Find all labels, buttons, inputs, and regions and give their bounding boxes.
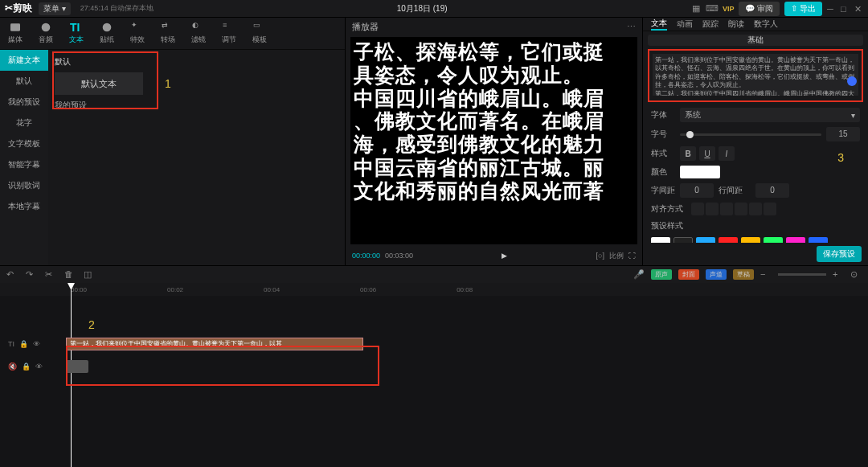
autosave-info: 27:45:14 自动保存本地	[80, 3, 154, 14]
zoom-slider[interactable]	[778, 273, 826, 276]
italic-button[interactable]: I	[719, 146, 735, 161]
preview-text: 子松、探海松等，它们或挺 具姿态，令人叹为观止。 中国四川省的峨眉山。峨眉 、佛…	[350, 37, 637, 205]
tab-effect[interactable]: ✦特效	[122, 21, 153, 46]
ratio-button[interactable]: 比例	[609, 251, 624, 261]
line-label: 行间距	[719, 185, 751, 196]
track-eye-icon[interactable]: 👁	[35, 363, 43, 371]
track-lock-icon[interactable]: 🔒	[19, 340, 28, 348]
align-middle[interactable]	[749, 203, 762, 215]
align-top[interactable]	[735, 203, 747, 215]
style-label: 样式	[651, 148, 675, 159]
mic-icon[interactable]: 🎤	[633, 269, 645, 281]
annotation-label-1: 1	[165, 77, 171, 90]
sidebar-item-new-text[interactable]: 新建文本	[0, 50, 48, 71]
preset-strip	[643, 234, 868, 243]
text-content-input[interactable]	[653, 54, 858, 96]
save-preset-button[interactable]: 保存预设	[817, 246, 862, 262]
zoom-fit-icon[interactable]: ⊙	[850, 269, 862, 281]
play-button[interactable]: ▶	[418, 252, 591, 260]
timeline-ruler[interactable]: 00:0000:0200:0400:0600:08	[0, 283, 868, 296]
sidebar-item-my-preset[interactable]: 我的预设	[0, 92, 48, 113]
fullscreen-icon[interactable]: ⛶	[628, 252, 636, 260]
sidebar-item-auto-caption[interactable]: 智能字幕	[0, 154, 48, 175]
insp-tab-text[interactable]: 文本	[651, 18, 667, 31]
redo-icon[interactable]: ↷	[26, 269, 37, 281]
insp-tab-track[interactable]: 跟踪	[702, 18, 719, 30]
align-center[interactable]	[706, 203, 719, 215]
split-icon[interactable]: ✂	[45, 269, 56, 281]
tab-filter[interactable]: ◐滤镜	[183, 21, 214, 46]
preset-swatch[interactable]	[764, 237, 783, 243]
preset-swatch[interactable]	[674, 237, 693, 243]
insp-subtab-basic[interactable]: 基础	[648, 35, 863, 46]
chip-cover[interactable]: 封面	[678, 269, 699, 280]
sidebar-item-text-template[interactable]: 文字模板	[0, 133, 48, 154]
line-input[interactable]: 0	[755, 183, 789, 198]
time-duration: 00:03:00	[385, 252, 413, 260]
undo-icon[interactable]: ↶	[6, 269, 18, 281]
size-label: 字号	[651, 129, 675, 140]
tab-template[interactable]: ▭模板	[244, 21, 275, 46]
annotation-label-2: 2	[88, 318, 95, 331]
track-eye-icon[interactable]: 👁	[33, 340, 40, 348]
svg-point-2	[103, 23, 112, 32]
sidebar-item-local-caption[interactable]: 本地字幕	[0, 196, 48, 217]
export-button[interactable]: ⇧ 导出	[784, 2, 822, 16]
tab-sticker[interactable]: 贴纸	[92, 21, 122, 46]
track-mute-icon[interactable]: 🔇	[8, 363, 17, 371]
review-button[interactable]: 💬 审阅	[739, 2, 780, 16]
align-bottom[interactable]	[764, 203, 776, 215]
preset-swatch[interactable]	[719, 237, 738, 243]
track-lock-icon[interactable]: 🔒	[22, 363, 31, 371]
project-title: 10月18日 (19)	[160, 3, 684, 14]
player-title: 播放器	[352, 21, 379, 33]
track-label-text: TI	[8, 340, 14, 348]
insp-tab-read[interactable]: 朗读	[728, 18, 744, 30]
annotation-box-2	[66, 346, 379, 386]
svg-rect-0	[10, 23, 20, 31]
sidebar-item-lyrics[interactable]: 识别歌词	[0, 175, 48, 196]
tab-transition[interactable]: ⇄转场	[153, 21, 183, 46]
chip-audio[interactable]: 原声	[651, 269, 672, 280]
layout-icon[interactable]: ▦	[690, 3, 702, 14]
chip-draft[interactable]: 草稿	[733, 269, 754, 280]
tab-media[interactable]: 媒体	[0, 21, 31, 46]
preset-swatch[interactable]	[809, 237, 828, 243]
tab-text[interactable]: TI文本	[61, 21, 92, 46]
minimize-icon[interactable]: ─	[827, 4, 836, 13]
align-left[interactable]	[691, 203, 704, 215]
chip-channel[interactable]: 声道	[706, 269, 727, 280]
color-swatch[interactable]	[680, 166, 720, 178]
zoom-in-icon[interactable]: +	[833, 269, 844, 281]
zoom-out-icon[interactable]: −	[760, 269, 772, 281]
scale-icon[interactable]: [○]	[596, 252, 604, 260]
bold-button[interactable]: B	[680, 146, 696, 161]
sidebar-item-default[interactable]: 默认	[0, 71, 48, 92]
preset-swatch[interactable]	[651, 237, 670, 243]
menu-button[interactable]: 菜单 ▾	[39, 2, 71, 15]
close-icon[interactable]: ✕	[854, 4, 863, 13]
spacing-input[interactable]: 0	[680, 183, 714, 198]
size-input[interactable]: 15	[826, 127, 860, 141]
player-more-icon[interactable]: ⋯	[627, 22, 636, 32]
font-select[interactable]: 系统▾	[680, 108, 860, 122]
preset-swatch[interactable]	[696, 237, 715, 243]
shortcut-icon[interactable]: ⌨	[706, 3, 718, 14]
delete-icon[interactable]: 🗑	[64, 269, 76, 281]
spacing-label: 字间距	[651, 185, 675, 196]
underline-button[interactable]: U	[699, 146, 715, 161]
align-right[interactable]	[720, 203, 733, 215]
preset-swatch[interactable]	[741, 237, 760, 243]
preset-swatch[interactable]	[786, 237, 805, 243]
tab-audio[interactable]: 音频	[31, 21, 61, 46]
size-slider[interactable]	[680, 133, 821, 136]
insp-tab-avatar[interactable]: 数字人	[754, 18, 778, 30]
maximize-icon[interactable]: □	[841, 4, 850, 13]
insp-tab-anim[interactable]: 动画	[677, 18, 693, 30]
crop-icon[interactable]: ◫	[84, 269, 95, 281]
player-stage[interactable]: 子松、探海松等，它们或挺 具姿态，令人叹为观止。 中国四川省的峨眉山。峨眉 、佛…	[350, 37, 637, 244]
vip-badge[interactable]: VIP	[723, 5, 735, 13]
ai-assist-icon[interactable]	[847, 76, 857, 86]
sidebar-item-fancy[interactable]: 花字	[0, 113, 48, 133]
tab-adjust[interactable]: ≡调节	[214, 21, 244, 46]
